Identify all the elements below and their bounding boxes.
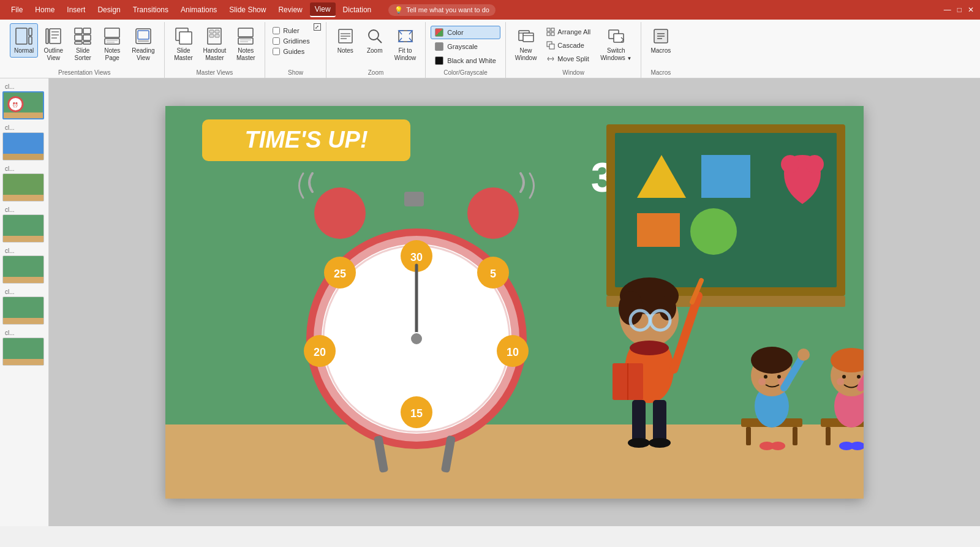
- menu-slideshow[interactable]: Slide Show: [224, 3, 271, 17]
- group-master-views: SlideMaster HandoutMaster NotesMaster Ma…: [165, 22, 266, 78]
- menu-design[interactable]: Design: [92, 3, 125, 17]
- svg-point-148: [837, 378, 844, 385]
- btn-notes[interactable]: Notes: [331, 23, 360, 58]
- svg-point-138: [797, 349, 810, 361]
- main-area: cl... ⏰ cl... cl... cl... cl...: [0, 78, 980, 526]
- svg-rect-26: [209, 34, 214, 37]
- slide-img-6[interactable]: [2, 296, 44, 325]
- btn-zoom[interactable]: Zoom: [361, 23, 389, 58]
- lightbulb-icon: 💡: [394, 6, 403, 14]
- guides-checkbox[interactable]: Guides: [270, 47, 312, 56]
- handout-master-label: HandoutMaster: [203, 47, 227, 62]
- presentation-views-items: Normal OutlineView SlideSorter: [10, 23, 159, 67]
- switch-windows-icon: [606, 26, 626, 46]
- menu-file[interactable]: File: [6, 3, 28, 17]
- menu-insert[interactable]: Insert: [62, 3, 90, 17]
- slide-img-7[interactable]: [2, 338, 44, 366]
- btn-macros[interactable]: Macros: [646, 23, 675, 58]
- show-dialog-launcher[interactable]: ⤢: [314, 23, 321, 31]
- svg-point-132: [751, 347, 793, 374]
- svg-rect-69: [3, 318, 43, 324]
- guides-input[interactable]: [273, 48, 280, 55]
- svg-rect-0: [16, 28, 27, 44]
- btn-new-window[interactable]: NewWindow: [511, 23, 541, 65]
- minimize-btn[interactable]: —: [944, 6, 951, 14]
- tell-me-box[interactable]: 💡 Tell me what you want to do: [388, 4, 496, 16]
- window-controls: — □ ✕: [944, 6, 974, 14]
- slide-label-4: cl...: [2, 206, 46, 213]
- svg-rect-8: [75, 28, 82, 34]
- svg-point-146: [842, 375, 846, 379]
- slide-img-5[interactable]: [2, 255, 44, 284]
- slide-thumb-2: cl...: [2, 124, 46, 160]
- btn-move-split[interactable]: Move Split: [542, 53, 595, 65]
- btn-slide-master[interactable]: SlideMaster: [170, 23, 198, 65]
- slide-thumb-4: cl...: [2, 206, 46, 243]
- menu-home[interactable]: Home: [30, 3, 59, 17]
- color-option-color[interactable]: Color: [431, 26, 500, 39]
- slide-img-1[interactable]: ⏰: [2, 91, 44, 119]
- slide-img-3[interactable]: [2, 173, 44, 202]
- menu-view[interactable]: View: [310, 2, 336, 17]
- menu-animations[interactable]: Animations: [176, 3, 222, 17]
- ruler-input[interactable]: [273, 27, 280, 34]
- notes-icon: [336, 26, 355, 46]
- macros-icon: [651, 26, 671, 46]
- svg-point-147: [857, 375, 861, 379]
- menu-transitions[interactable]: Transitions: [128, 3, 173, 17]
- group-label-window: Window: [511, 67, 636, 78]
- svg-rect-12: [75, 42, 82, 44]
- svg-point-98: [410, 333, 423, 345]
- notes-master-icon: [236, 26, 255, 46]
- slide-img-4[interactable]: [2, 214, 44, 243]
- color-option-grayscale[interactable]: Grayscale: [431, 40, 500, 53]
- svg-rect-2: [29, 37, 32, 44]
- slide-sorter-icon: [73, 26, 92, 46]
- color-option-bw[interactable]: Black and White: [431, 54, 500, 67]
- group-label-zoom: Zoom: [331, 67, 421, 78]
- btn-reading-view[interactable]: ReadingView: [127, 23, 159, 65]
- btn-switch-windows[interactable]: SwitchWindows ▼: [596, 23, 636, 65]
- svg-rect-71: [3, 359, 43, 365]
- btn-normal[interactable]: Normal: [10, 23, 38, 58]
- btn-notes-page[interactable]: NotesPage: [98, 23, 126, 65]
- svg-rect-10: [75, 35, 82, 40]
- btn-notes-master[interactable]: NotesMaster: [232, 23, 260, 65]
- arrange-cascade-group: Arrange All Cascade Move Split: [542, 23, 595, 65]
- slide-main[interactable]: TIME'S UP! TIME LIMIT: 30 seconds: [165, 106, 864, 499]
- slide-label-6: cl...: [2, 289, 46, 295]
- macros-items: Macros: [646, 23, 675, 67]
- svg-text:10: 10: [507, 346, 519, 358]
- slide-label-1: cl...: [2, 83, 46, 90]
- svg-text:25: 25: [334, 268, 346, 280]
- btn-outline[interactable]: OutlineView: [39, 23, 67, 65]
- slide-img-2[interactable]: [2, 132, 44, 160]
- btn-fit-window[interactable]: Fit toWindow: [390, 23, 421, 65]
- btn-arrange-all[interactable]: Arrange All: [542, 26, 595, 38]
- ruler-checkbox[interactable]: Ruler: [270, 26, 312, 36]
- close-btn[interactable]: ✕: [968, 6, 974, 14]
- normal-label: Normal: [14, 47, 34, 55]
- svg-point-105: [781, 155, 799, 173]
- group-macros: Macros Macros: [641, 22, 680, 78]
- maximize-btn[interactable]: □: [957, 6, 962, 14]
- menu-review[interactable]: Review: [273, 3, 307, 17]
- btn-slide-sorter[interactable]: SlideSorter: [69, 23, 97, 65]
- svg-line-37: [377, 39, 382, 43]
- svg-point-133: [764, 375, 767, 379]
- svg-rect-80: [404, 192, 424, 206]
- svg-rect-73: [165, 424, 864, 499]
- group-label-macros: Macros: [646, 67, 675, 78]
- gridlines-checkbox[interactable]: Gridlines: [270, 36, 312, 46]
- svg-point-134: [777, 375, 781, 379]
- fit-window-icon: [396, 26, 415, 46]
- group-label-color: Color/Grayscale: [431, 67, 500, 78]
- slide-label-3: cl...: [2, 165, 46, 172]
- btn-handout-master[interactable]: HandoutMaster: [199, 23, 231, 65]
- menu-dictation[interactable]: Dictation: [338, 3, 377, 17]
- btn-cascade[interactable]: Cascade: [542, 39, 595, 51]
- gridlines-input[interactable]: [273, 37, 280, 45]
- svg-rect-9: [83, 28, 91, 34]
- svg-rect-14: [105, 28, 119, 37]
- grayscale-label: Grayscale: [447, 43, 478, 50]
